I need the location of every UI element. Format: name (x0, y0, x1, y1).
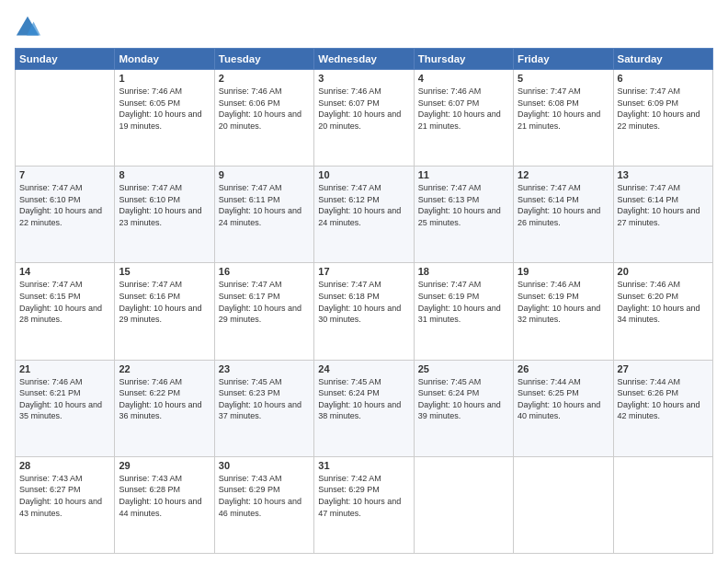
cell-text: Sunrise: 7:47 AM Sunset: 6:18 PM Dayligh… (318, 279, 409, 325)
day-header-thursday: Thursday (414, 49, 513, 70)
day-cell: 6Sunrise: 7:47 AM Sunset: 6:09 PM Daylig… (613, 70, 712, 167)
day-number: 21 (19, 363, 110, 374)
day-cell: 27Sunrise: 7:44 AM Sunset: 6:26 PM Dayli… (613, 360, 712, 456)
cell-text: Sunrise: 7:47 AM Sunset: 6:19 PM Dayligh… (418, 279, 509, 325)
day-number: 20 (618, 266, 709, 277)
day-number: 18 (418, 266, 509, 277)
day-number: 11 (418, 169, 509, 180)
day-cell: 8Sunrise: 7:47 AM Sunset: 6:10 PM Daylig… (115, 167, 214, 263)
day-cell: 16Sunrise: 7:47 AM Sunset: 6:17 PM Dayli… (214, 263, 313, 360)
day-number: 15 (119, 266, 210, 277)
week-row-1: 7Sunrise: 7:47 AM Sunset: 6:10 PM Daylig… (16, 167, 713, 263)
day-cell: 13Sunrise: 7:47 AM Sunset: 6:14 PM Dayli… (613, 167, 712, 263)
cell-text: Sunrise: 7:42 AM Sunset: 6:29 PM Dayligh… (318, 473, 409, 519)
day-cell: 22Sunrise: 7:46 AM Sunset: 6:22 PM Dayli… (115, 360, 214, 456)
cell-text: Sunrise: 7:47 AM Sunset: 6:11 PM Dayligh… (219, 182, 310, 228)
day-number: 4 (418, 73, 509, 84)
day-number: 26 (518, 363, 609, 374)
day-cell: 3Sunrise: 7:46 AM Sunset: 6:07 PM Daylig… (314, 70, 414, 167)
day-number: 22 (119, 363, 210, 374)
day-number: 14 (19, 266, 110, 277)
cell-text: Sunrise: 7:47 AM Sunset: 6:13 PM Dayligh… (418, 182, 509, 228)
cell-text: Sunrise: 7:47 AM Sunset: 6:10 PM Dayligh… (119, 182, 210, 228)
day-number: 29 (119, 460, 210, 471)
day-number: 5 (518, 73, 609, 84)
day-number: 7 (19, 169, 110, 180)
day-number: 8 (119, 169, 210, 180)
cell-text: Sunrise: 7:46 AM Sunset: 6:07 PM Dayligh… (418, 86, 509, 132)
day-number: 25 (418, 363, 509, 374)
day-cell: 14Sunrise: 7:47 AM Sunset: 6:15 PM Dayli… (16, 263, 115, 360)
day-cell: 17Sunrise: 7:47 AM Sunset: 6:18 PM Dayli… (314, 263, 414, 360)
cell-text: Sunrise: 7:46 AM Sunset: 6:20 PM Dayligh… (618, 279, 709, 325)
day-cell: 2Sunrise: 7:46 AM Sunset: 6:06 PM Daylig… (214, 70, 313, 167)
day-cell: 23Sunrise: 7:45 AM Sunset: 6:23 PM Dayli… (214, 360, 313, 456)
week-row-2: 14Sunrise: 7:47 AM Sunset: 6:15 PM Dayli… (16, 263, 713, 360)
day-cell: 10Sunrise: 7:47 AM Sunset: 6:12 PM Dayli… (314, 167, 414, 263)
day-cell: 29Sunrise: 7:43 AM Sunset: 6:28 PM Dayli… (115, 456, 214, 553)
cell-text: Sunrise: 7:47 AM Sunset: 6:15 PM Dayligh… (19, 279, 110, 325)
cell-text: Sunrise: 7:46 AM Sunset: 6:22 PM Dayligh… (119, 376, 210, 422)
cell-text: Sunrise: 7:47 AM Sunset: 6:17 PM Dayligh… (219, 279, 310, 325)
cell-text: Sunrise: 7:43 AM Sunset: 6:28 PM Dayligh… (119, 473, 210, 519)
day-number: 12 (518, 169, 609, 180)
day-number: 9 (219, 169, 310, 180)
day-number: 13 (618, 169, 709, 180)
day-number: 24 (318, 363, 409, 374)
cell-text: Sunrise: 7:47 AM Sunset: 6:14 PM Dayligh… (618, 182, 709, 228)
day-cell: 7Sunrise: 7:47 AM Sunset: 6:10 PM Daylig… (16, 167, 115, 263)
calendar-table: SundayMondayTuesdayWednesdayThursdayFrid… (15, 48, 713, 554)
day-number: 30 (219, 460, 310, 471)
day-header-friday: Friday (514, 49, 613, 70)
day-number: 2 (219, 73, 310, 84)
day-cell: 25Sunrise: 7:45 AM Sunset: 6:24 PM Dayli… (414, 360, 513, 456)
day-number: 19 (518, 266, 609, 277)
day-header-saturday: Saturday (613, 49, 712, 70)
day-cell (16, 70, 115, 167)
day-header-tuesday: Tuesday (214, 49, 313, 70)
calendar-page: SundayMondayTuesdayWednesdayThursdayFrid… (0, 0, 728, 563)
day-cell: 18Sunrise: 7:47 AM Sunset: 6:19 PM Dayli… (414, 263, 513, 360)
cell-text: Sunrise: 7:47 AM Sunset: 6:10 PM Dayligh… (19, 182, 110, 228)
day-cell (514, 456, 613, 553)
day-cell: 28Sunrise: 7:43 AM Sunset: 6:27 PM Dayli… (16, 456, 115, 553)
day-number: 28 (19, 460, 110, 471)
day-number: 6 (618, 73, 709, 84)
day-cell: 24Sunrise: 7:45 AM Sunset: 6:24 PM Dayli… (314, 360, 414, 456)
day-header-monday: Monday (115, 49, 214, 70)
day-cell: 21Sunrise: 7:46 AM Sunset: 6:21 PM Dayli… (16, 360, 115, 456)
day-cell: 12Sunrise: 7:47 AM Sunset: 6:14 PM Dayli… (514, 167, 613, 263)
day-number: 31 (318, 460, 409, 471)
day-cell: 4Sunrise: 7:46 AM Sunset: 6:07 PM Daylig… (414, 70, 513, 167)
day-cell: 19Sunrise: 7:46 AM Sunset: 6:19 PM Dayli… (514, 263, 613, 360)
cell-text: Sunrise: 7:43 AM Sunset: 6:27 PM Dayligh… (19, 473, 110, 519)
day-number: 3 (318, 73, 409, 84)
logo (15, 15, 44, 40)
cell-text: Sunrise: 7:47 AM Sunset: 6:08 PM Dayligh… (518, 86, 609, 132)
day-header-wednesday: Wednesday (314, 49, 414, 70)
day-cell: 5Sunrise: 7:47 AM Sunset: 6:08 PM Daylig… (514, 70, 613, 167)
cell-text: Sunrise: 7:46 AM Sunset: 6:21 PM Dayligh… (19, 376, 110, 422)
day-cell: 11Sunrise: 7:47 AM Sunset: 6:13 PM Dayli… (414, 167, 513, 263)
day-header-sunday: Sunday (16, 49, 115, 70)
cell-text: Sunrise: 7:43 AM Sunset: 6:29 PM Dayligh… (219, 473, 310, 519)
week-row-0: 1Sunrise: 7:46 AM Sunset: 6:05 PM Daylig… (16, 70, 713, 167)
cell-text: Sunrise: 7:45 AM Sunset: 6:24 PM Dayligh… (418, 376, 509, 422)
day-cell: 15Sunrise: 7:47 AM Sunset: 6:16 PM Dayli… (115, 263, 214, 360)
day-number: 17 (318, 266, 409, 277)
day-cell: 31Sunrise: 7:42 AM Sunset: 6:29 PM Dayli… (314, 456, 414, 553)
day-cell: 1Sunrise: 7:46 AM Sunset: 6:05 PM Daylig… (115, 70, 214, 167)
day-number: 16 (219, 266, 310, 277)
cell-text: Sunrise: 7:45 AM Sunset: 6:24 PM Dayligh… (318, 376, 409, 422)
cell-text: Sunrise: 7:44 AM Sunset: 6:26 PM Dayligh… (618, 376, 709, 422)
day-number: 1 (119, 73, 210, 84)
cell-text: Sunrise: 7:46 AM Sunset: 6:06 PM Dayligh… (219, 86, 310, 132)
cell-text: Sunrise: 7:47 AM Sunset: 6:09 PM Dayligh… (618, 86, 709, 132)
cell-text: Sunrise: 7:46 AM Sunset: 6:07 PM Dayligh… (318, 86, 409, 132)
cell-text: Sunrise: 7:47 AM Sunset: 6:14 PM Dayligh… (518, 182, 609, 228)
day-cell (613, 456, 712, 553)
cell-text: Sunrise: 7:47 AM Sunset: 6:12 PM Dayligh… (318, 182, 409, 228)
cell-text: Sunrise: 7:46 AM Sunset: 6:19 PM Dayligh… (518, 279, 609, 325)
header (15, 15, 713, 40)
day-number: 10 (318, 169, 409, 180)
